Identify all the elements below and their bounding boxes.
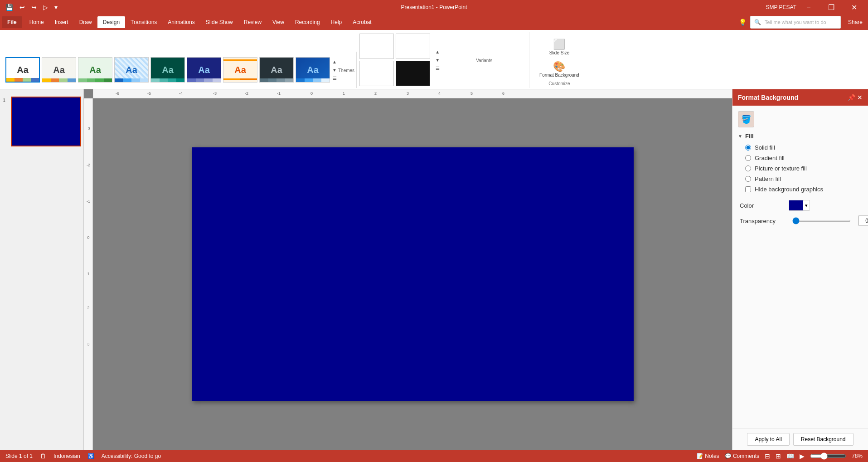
accessibility-status: Accessibility: Good to go (102, 453, 161, 459)
fill-options: Solid fill Gradient fill Picture or text… (738, 144, 863, 193)
variants-scroll-up[interactable]: ▲ (434, 48, 441, 55)
panel-pin-button[interactable]: 📌 (848, 94, 855, 101)
share-button[interactable]: Share (844, 17, 866, 27)
color-property: Color ▾ (740, 200, 863, 211)
svg-rect-0 (93, 89, 732, 98)
theme-item-1[interactable]: Aa (42, 57, 76, 83)
transparency-input-container: ▲ ▼ (858, 215, 868, 226)
theme-item-8[interactable]: Aa (296, 57, 330, 83)
gradient-fill-radio[interactable] (745, 155, 751, 161)
zoom-slider[interactable] (810, 452, 846, 460)
theme-item-6[interactable]: Aa (223, 57, 257, 83)
user-label: SMP PESAT (766, 4, 796, 10)
solid-fill-option[interactable]: Solid fill (745, 144, 863, 151)
themes-group-label: Themes (338, 66, 354, 74)
tab-recording[interactable]: Recording (290, 16, 325, 28)
slide-size-button[interactable]: ⬜ Slide Size (536, 37, 583, 57)
tab-design[interactable]: Design (97, 16, 125, 28)
slide-thumbnail[interactable] (11, 97, 81, 146)
hide-bg-checkbox[interactable] (745, 186, 751, 192)
ruler-top: -6 -5 -4 -3 -2 -1 0 1 2 3 4 5 6 (93, 89, 732, 98)
transparency-input[interactable] (858, 216, 868, 226)
tab-home[interactable]: Home (24, 16, 49, 28)
notes-icon[interactable]: 🗒 (40, 452, 46, 460)
tab-review[interactable]: Review (238, 16, 267, 28)
apply-to-all-button[interactable]: Apply to All (747, 433, 789, 446)
collapse-triangle[interactable]: ▼ (738, 134, 742, 139)
transparency-slider[interactable] (792, 220, 851, 222)
tab-insert[interactable]: Insert (49, 16, 74, 28)
theme-label: Aa (307, 65, 319, 75)
format-background-button[interactable]: 🎨 Format Background (536, 59, 583, 79)
format-panel-title: Format Background (738, 94, 798, 101)
tab-transitions[interactable]: Transitions (125, 16, 162, 28)
gradient-fill-option[interactable]: Gradient fill (745, 155, 863, 161)
pattern-fill-option[interactable]: Pattern fill (745, 175, 863, 182)
svg-text:-2: -2 (245, 91, 248, 96)
tab-animations[interactable]: Animations (162, 16, 200, 28)
save-button[interactable]: 💾 (4, 3, 15, 12)
hide-bg-label: Hide background graphics (755, 186, 823, 193)
reading-view-button[interactable]: 📖 (786, 452, 794, 460)
restore-button[interactable]: ❐ (821, 0, 842, 15)
variants-expand[interactable]: ☰ (434, 64, 441, 72)
variants-scroll-down[interactable]: ▼ (434, 56, 441, 63)
minimize-button[interactable]: − (798, 0, 819, 15)
tab-file[interactable]: File (2, 16, 22, 28)
notes-button[interactable]: 📝 Notes (697, 453, 719, 459)
lightbulb-icon[interactable]: 💡 (739, 19, 747, 26)
slideshow-button[interactable]: ▶ (800, 452, 805, 460)
themes-gallery: Aa Aa (5, 57, 330, 83)
themes-scroll-down[interactable]: ▼ (331, 66, 338, 73)
redo-button[interactable]: ↪ (29, 3, 39, 12)
theme-item-default[interactable]: Aa (5, 57, 40, 83)
svg-text:-3: -3 (87, 126, 90, 131)
slide-size-icon: ⬜ (553, 39, 565, 50)
variants-scroll: ▲ ▼ ☰ (434, 48, 441, 72)
color-label: Color (740, 202, 785, 209)
theme-item-2[interactable]: Aa (78, 57, 112, 83)
slide-canvas[interactable] (192, 147, 634, 401)
close-button[interactable]: ✕ (844, 0, 864, 15)
theme-item-7[interactable]: Aa (259, 57, 294, 83)
svg-text:4: 4 (438, 91, 441, 96)
themes-expand[interactable]: ☰ (331, 74, 338, 82)
hide-bg-option[interactable]: Hide background graphics (745, 186, 863, 193)
variant-2[interactable] (396, 34, 430, 59)
themes-scroll-up[interactable]: ▲ (331, 58, 338, 65)
tab-draw[interactable]: Draw (74, 16, 97, 28)
fill-icon-button[interactable]: 🪣 (738, 111, 754, 127)
svg-text:-1: -1 (87, 199, 90, 204)
tab-acrobat[interactable]: Acrobat (347, 16, 377, 28)
comments-button[interactable]: 💬 Comments (725, 453, 759, 459)
slide-sorter-button[interactable]: ⊞ (776, 452, 781, 460)
theme-item-3[interactable]: Aa (114, 57, 149, 83)
undo-button[interactable]: ↩ (18, 3, 27, 12)
theme-item-4[interactable]: Aa (150, 57, 185, 83)
svg-text:3: 3 (87, 342, 89, 346)
picture-fill-option[interactable]: Picture or texture fill (745, 165, 863, 172)
reset-background-button[interactable]: Reset Background (793, 433, 853, 446)
customize-qat-button[interactable]: ▾ (53, 3, 59, 12)
color-dropdown-button[interactable]: ▾ (803, 200, 810, 210)
present-button[interactable]: ▷ (41, 3, 50, 12)
format-panel-footer: Apply to All Reset Background (732, 428, 868, 450)
theme-item-5[interactable]: Aa (187, 57, 221, 83)
gradient-fill-label: Gradient fill (755, 155, 785, 161)
tab-slideshow[interactable]: Slide Show (200, 16, 238, 28)
panel-close-button[interactable]: ✕ (857, 94, 863, 101)
picture-fill-radio[interactable] (745, 165, 751, 171)
tab-help[interactable]: Help (325, 16, 348, 28)
variant-3[interactable] (359, 61, 394, 86)
search-box: 🔍 Tell me what you want to do (750, 16, 841, 29)
pattern-fill-radio[interactable] (745, 176, 751, 182)
search-placeholder[interactable]: Tell me what you want to do (765, 19, 826, 25)
picture-fill-label: Picture or texture fill (755, 165, 807, 172)
variant-4[interactable] (396, 61, 430, 86)
color-swatch[interactable] (789, 200, 803, 210)
solid-fill-radio[interactable] (745, 145, 751, 151)
window-title: Presentation1 - PowerPoint (401, 4, 467, 10)
variant-1[interactable] (359, 34, 394, 59)
normal-view-button[interactable]: ⊟ (765, 452, 770, 460)
tab-view[interactable]: View (267, 16, 290, 28)
